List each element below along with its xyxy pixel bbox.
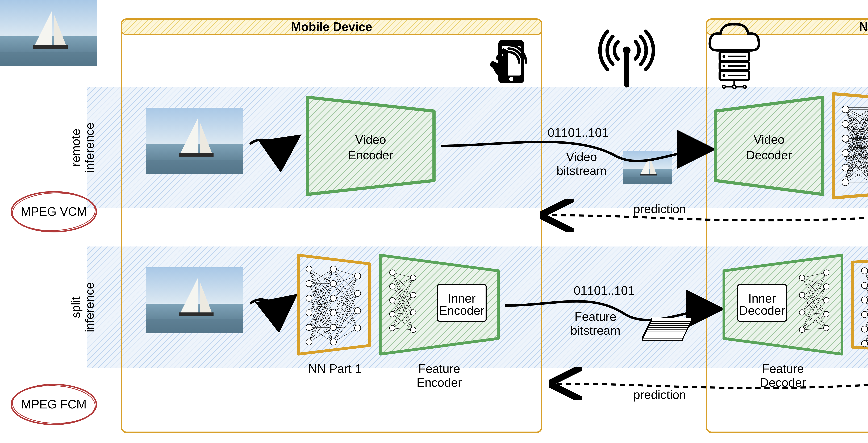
svg-point-79: [306, 266, 312, 272]
video-decoder-block: Video Decoder: [715, 97, 823, 194]
inner-encoder-label-2: Encoder: [439, 304, 485, 317]
input-image-split: [146, 267, 243, 333]
bits-label-remote: 01101..101: [548, 126, 609, 139]
video-encoder-label-1: Video: [355, 133, 386, 146]
svg-point-118: [799, 310, 805, 315]
container-server-title: Network / Server: [859, 20, 868, 33]
feature-bitstream-label-1: Feature: [575, 310, 616, 323]
inner-encoder-label-1: Inner: [448, 292, 476, 305]
svg-point-102: [410, 310, 416, 315]
svg-point-43: [842, 164, 849, 171]
svg-point-80: [306, 281, 312, 287]
svg-point-87: [330, 295, 336, 302]
container-mobile-title: Mobile Device: [291, 20, 372, 33]
svg-point-120: [824, 270, 829, 275]
svg-point-94: [354, 325, 361, 331]
svg-point-41: [842, 135, 849, 142]
inner-decoder-label-2: Decoder: [739, 304, 785, 317]
svg-point-86: [330, 281, 336, 287]
svg-point-121: [824, 284, 829, 289]
svg-point-40: [842, 121, 849, 127]
feature-decoder-label-1: Feature: [762, 362, 804, 376]
svg-point-89: [330, 324, 336, 330]
svg-point-12: [509, 77, 513, 81]
feature-encoder-label-2: Encoder: [416, 376, 462, 389]
svg-point-81: [306, 295, 312, 302]
feature-decoder-block: Inner Decoder Feature Decoder: [724, 255, 842, 389]
mpeg-fcm-oval: MPEG FCM: [11, 384, 96, 424]
row-split-label-2: inference: [83, 282, 96, 332]
nn-part1-label: NN Part 1: [308, 362, 362, 376]
mobile-device-icon: [490, 40, 526, 83]
video-encoder-label-2: Encoder: [348, 149, 393, 162]
svg-point-96: [390, 284, 395, 289]
svg-point-101: [410, 292, 416, 298]
row-remote-label-1: remote: [69, 129, 83, 166]
svg-point-124: [824, 325, 829, 331]
svg-rect-37: [33, 45, 68, 49]
mpeg-fcm-label: MPEG FCM: [21, 398, 87, 411]
svg-point-44: [842, 179, 849, 186]
video-bitstream-label-2: bitstream: [557, 164, 607, 178]
svg-point-82: [306, 310, 312, 316]
svg-point-91: [354, 273, 361, 279]
svg-point-84: [306, 339, 312, 345]
svg-point-92: [354, 290, 361, 296]
svg-point-90: [330, 339, 336, 345]
svg-point-83: [306, 324, 312, 330]
svg-point-117: [799, 292, 805, 298]
svg-point-116: [799, 275, 805, 281]
wireless-icon: [600, 31, 653, 85]
svg-point-99: [390, 325, 395, 331]
svg-point-100: [410, 275, 416, 281]
svg-rect-114: [652, 318, 692, 321]
svg-rect-9: [707, 19, 868, 35]
video-decoder-label-1: Video: [753, 133, 784, 146]
prediction-label-remote: prediction: [633, 202, 686, 216]
input-image-remote: [146, 107, 243, 173]
svg-point-39: [842, 106, 849, 113]
svg-point-129: [861, 326, 868, 332]
row-split-label-1: split: [69, 296, 83, 318]
row-remote-label-2: inference: [83, 123, 96, 172]
svg-rect-38: [0, 52, 97, 66]
video-decoder-label-2: Decoder: [746, 149, 792, 162]
svg-point-119: [799, 327, 805, 333]
svg-point-103: [410, 327, 416, 333]
svg-point-128: [861, 311, 868, 318]
mpeg-vcm-label: MPEG VCM: [21, 205, 87, 218]
feature-encoder-block: Inner Encoder Feature Encoder: [380, 255, 498, 389]
svg-point-97: [390, 297, 395, 303]
svg-point-130: [861, 341, 868, 347]
svg-point-95: [390, 270, 395, 275]
svg-point-125: [861, 268, 868, 274]
svg-point-122: [824, 297, 829, 303]
svg-point-93: [354, 308, 361, 314]
svg-point-127: [861, 297, 868, 303]
svg-point-85: [330, 266, 336, 272]
svg-point-18: [722, 55, 725, 58]
svg-point-123: [824, 311, 829, 317]
mpeg-vcm-oval: MPEG VCM: [11, 192, 96, 232]
svg-point-22: [722, 74, 725, 77]
svg-point-42: [842, 150, 849, 157]
video-bitstream-label-1: Video: [566, 150, 597, 164]
svg-point-126: [861, 282, 868, 288]
svg-point-88: [330, 310, 336, 316]
bits-label-split: 01101..101: [574, 284, 634, 297]
prediction-label-split: prediction: [633, 388, 686, 402]
feature-bitstream-label-2: bitstream: [570, 324, 620, 337]
feature-encoder-label-1: Feature: [418, 362, 460, 376]
inner-decoder-label-1: Inner: [748, 292, 776, 305]
svg-point-98: [390, 311, 395, 317]
svg-point-20: [722, 65, 725, 67]
video-encoder-block: Video Encoder: [307, 97, 434, 194]
